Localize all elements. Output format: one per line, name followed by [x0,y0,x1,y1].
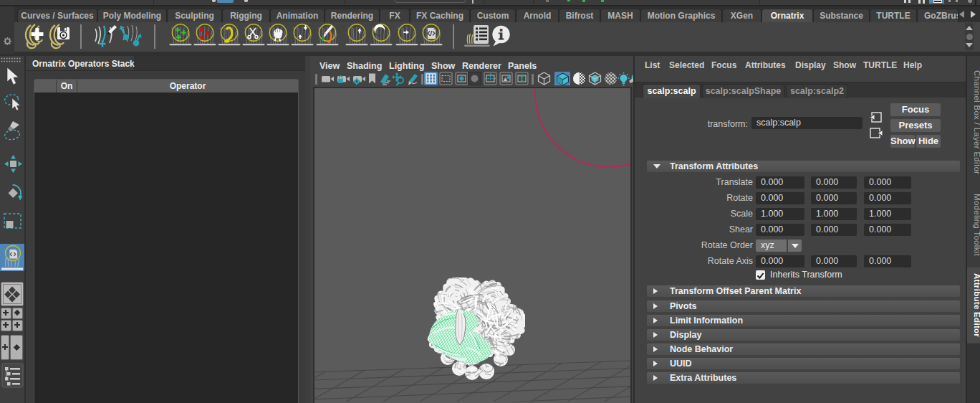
svg-text:T: T [519,75,524,82]
